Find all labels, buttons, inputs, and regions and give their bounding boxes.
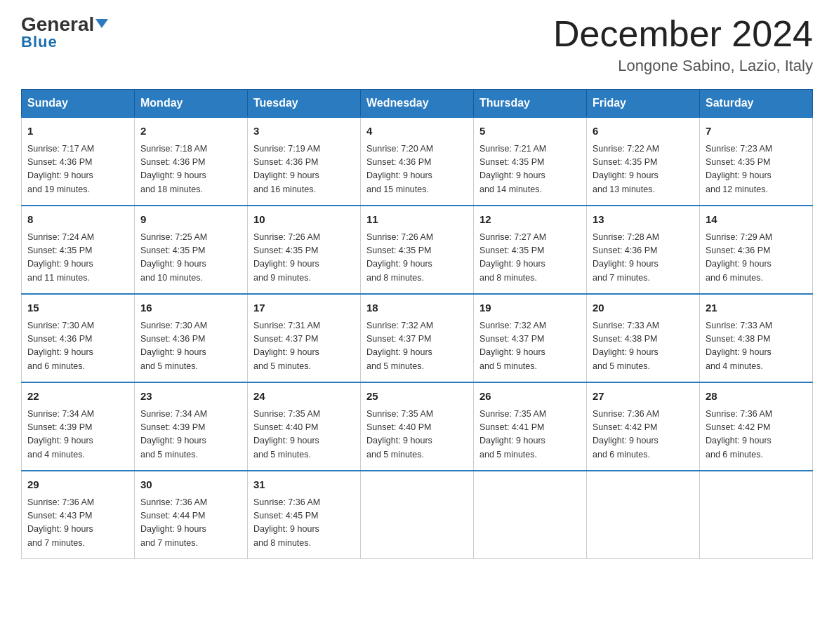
- day-info: Sunrise: 7:26 AMSunset: 4:35 PMDaylight:…: [366, 231, 468, 286]
- day-info: Sunrise: 7:20 AMSunset: 4:36 PMDaylight:…: [366, 142, 468, 197]
- day-number: 3: [253, 123, 355, 140]
- calendar-cell: 16Sunrise: 7:30 AMSunset: 4:36 PMDayligh…: [135, 294, 248, 382]
- day-number: 22: [27, 389, 128, 405]
- month-title: December 2024: [553, 14, 813, 54]
- day-number: 14: [706, 212, 807, 228]
- calendar-cell: 25Sunrise: 7:35 AMSunset: 4:40 PMDayligh…: [361, 382, 474, 471]
- calendar-cell: 7Sunrise: 7:23 AMSunset: 4:35 PMDaylight…: [700, 117, 813, 206]
- day-info: Sunrise: 7:36 AMSunset: 4:42 PMDaylight:…: [593, 408, 694, 462]
- day-number: 23: [140, 389, 241, 405]
- calendar-cell: 24Sunrise: 7:35 AMSunset: 4:40 PMDayligh…: [248, 382, 361, 471]
- calendar-cell: 3Sunrise: 7:19 AMSunset: 4:36 PMDaylight…: [248, 117, 361, 206]
- calendar-cell: 5Sunrise: 7:21 AMSunset: 4:35 PMDaylight…: [474, 117, 587, 206]
- calendar-cell: 31Sunrise: 7:36 AMSunset: 4:45 PMDayligh…: [248, 471, 361, 559]
- day-info: Sunrise: 7:33 AMSunset: 4:38 PMDaylight:…: [706, 319, 807, 374]
- calendar-cell: 8Sunrise: 7:24 AMSunset: 4:35 PMDaylight…: [22, 206, 135, 294]
- week-row-1: 1Sunrise: 7:17 AMSunset: 4:36 PMDaylight…: [22, 117, 813, 206]
- day-number: 29: [27, 477, 128, 493]
- calendar-cell: [361, 471, 474, 559]
- calendar-cell: 23Sunrise: 7:34 AMSunset: 4:39 PMDayligh…: [135, 382, 248, 471]
- day-info: Sunrise: 7:26 AMSunset: 4:35 PMDaylight:…: [253, 231, 355, 286]
- calendar-cell: 2Sunrise: 7:18 AMSunset: 4:36 PMDaylight…: [135, 117, 248, 206]
- day-number: 26: [479, 389, 581, 405]
- day-number: 24: [253, 389, 355, 405]
- calendar-cell: 12Sunrise: 7:27 AMSunset: 4:35 PMDayligh…: [474, 206, 587, 294]
- day-info: Sunrise: 7:36 AMSunset: 4:42 PMDaylight:…: [706, 408, 807, 462]
- column-header-wednesday: Wednesday: [361, 90, 474, 118]
- calendar-cell: [474, 471, 587, 559]
- calendar-cell: 14Sunrise: 7:29 AMSunset: 4:36 PMDayligh…: [700, 206, 813, 294]
- calendar-cell: 21Sunrise: 7:33 AMSunset: 4:38 PMDayligh…: [700, 294, 813, 382]
- day-number: 19: [479, 300, 581, 316]
- calendar-cell: 18Sunrise: 7:32 AMSunset: 4:37 PMDayligh…: [361, 294, 474, 382]
- calendar-cell: 9Sunrise: 7:25 AMSunset: 4:35 PMDaylight…: [135, 206, 248, 294]
- day-number: 28: [706, 389, 807, 405]
- day-info: Sunrise: 7:33 AMSunset: 4:38 PMDaylight:…: [593, 319, 694, 374]
- day-number: 1: [27, 123, 128, 140]
- calendar-cell: 30Sunrise: 7:36 AMSunset: 4:44 PMDayligh…: [135, 471, 248, 559]
- calendar-cell: 17Sunrise: 7:31 AMSunset: 4:37 PMDayligh…: [248, 294, 361, 382]
- day-info: Sunrise: 7:36 AMSunset: 4:45 PMDaylight:…: [253, 496, 355, 551]
- day-info: Sunrise: 7:29 AMSunset: 4:36 PMDaylight:…: [706, 231, 807, 286]
- week-row-4: 22Sunrise: 7:34 AMSunset: 4:39 PMDayligh…: [22, 382, 813, 471]
- calendar-cell: 6Sunrise: 7:22 AMSunset: 4:35 PMDaylight…: [587, 117, 700, 206]
- day-number: 7: [706, 123, 807, 140]
- day-number: 8: [27, 212, 128, 228]
- day-number: 21: [706, 300, 807, 316]
- column-header-tuesday: Tuesday: [248, 90, 361, 118]
- day-number: 27: [593, 389, 694, 405]
- calendar-cell: 19Sunrise: 7:32 AMSunset: 4:37 PMDayligh…: [474, 294, 587, 382]
- day-number: 11: [366, 212, 468, 228]
- location-subtitle: Longone Sabino, Lazio, Italy: [553, 57, 813, 75]
- day-info: Sunrise: 7:31 AMSunset: 4:37 PMDaylight:…: [253, 319, 355, 374]
- day-info: Sunrise: 7:25 AMSunset: 4:35 PMDaylight:…: [140, 231, 241, 286]
- calendar-table: SundayMondayTuesdayWednesdayThursdayFrid…: [21, 89, 813, 559]
- day-info: Sunrise: 7:27 AMSunset: 4:35 PMDaylight:…: [479, 231, 581, 286]
- day-number: 5: [479, 123, 581, 140]
- logo-blue: Blue: [21, 33, 58, 51]
- calendar-cell: [700, 471, 813, 559]
- calendar-cell: 4Sunrise: 7:20 AMSunset: 4:36 PMDaylight…: [361, 117, 474, 206]
- column-header-saturday: Saturday: [700, 90, 813, 118]
- day-info: Sunrise: 7:34 AMSunset: 4:39 PMDaylight:…: [27, 408, 128, 462]
- day-info: Sunrise: 7:28 AMSunset: 4:36 PMDaylight:…: [593, 231, 694, 286]
- day-info: Sunrise: 7:19 AMSunset: 4:36 PMDaylight:…: [253, 142, 355, 197]
- day-number: 30: [140, 477, 241, 493]
- week-row-5: 29Sunrise: 7:36 AMSunset: 4:43 PMDayligh…: [22, 471, 813, 559]
- day-number: 2: [140, 123, 241, 140]
- calendar-cell: 20Sunrise: 7:33 AMSunset: 4:38 PMDayligh…: [587, 294, 700, 382]
- column-header-sunday: Sunday: [22, 90, 135, 118]
- day-number: 20: [593, 300, 694, 316]
- day-info: Sunrise: 7:22 AMSunset: 4:35 PMDaylight:…: [593, 142, 694, 197]
- day-info: Sunrise: 7:21 AMSunset: 4:35 PMDaylight:…: [479, 142, 581, 197]
- day-info: Sunrise: 7:32 AMSunset: 4:37 PMDaylight:…: [366, 319, 468, 374]
- column-header-thursday: Thursday: [474, 90, 587, 118]
- page-header: General Blue December 2024 Longone Sabin…: [21, 14, 813, 75]
- day-info: Sunrise: 7:35 AMSunset: 4:41 PMDaylight:…: [479, 408, 581, 462]
- day-number: 4: [366, 123, 468, 140]
- day-info: Sunrise: 7:35 AMSunset: 4:40 PMDaylight:…: [253, 408, 355, 462]
- calendar-cell: 29Sunrise: 7:36 AMSunset: 4:43 PMDayligh…: [22, 471, 135, 559]
- calendar-cell: 10Sunrise: 7:26 AMSunset: 4:35 PMDayligh…: [248, 206, 361, 294]
- column-header-monday: Monday: [135, 90, 248, 118]
- calendar-cell: 26Sunrise: 7:35 AMSunset: 4:41 PMDayligh…: [474, 382, 587, 471]
- day-info: Sunrise: 7:17 AMSunset: 4:36 PMDaylight:…: [27, 142, 128, 197]
- calendar-cell: [587, 471, 700, 559]
- day-number: 31: [253, 477, 355, 493]
- day-number: 9: [140, 212, 241, 228]
- day-number: 17: [253, 300, 355, 316]
- day-info: Sunrise: 7:32 AMSunset: 4:37 PMDaylight:…: [479, 319, 581, 374]
- week-row-3: 15Sunrise: 7:30 AMSunset: 4:36 PMDayligh…: [22, 294, 813, 382]
- day-info: Sunrise: 7:34 AMSunset: 4:39 PMDaylight:…: [140, 408, 241, 462]
- day-number: 16: [140, 300, 241, 316]
- title-section: December 2024 Longone Sabino, Lazio, Ita…: [553, 14, 813, 75]
- day-info: Sunrise: 7:24 AMSunset: 4:35 PMDaylight:…: [27, 231, 128, 286]
- day-number: 6: [593, 123, 694, 140]
- logo: General Blue: [21, 14, 108, 51]
- day-number: 13: [593, 212, 694, 228]
- column-header-friday: Friday: [587, 90, 700, 118]
- calendar-header-row: SundayMondayTuesdayWednesdayThursdayFrid…: [22, 90, 813, 118]
- day-info: Sunrise: 7:30 AMSunset: 4:36 PMDaylight:…: [27, 319, 128, 374]
- calendar-cell: 11Sunrise: 7:26 AMSunset: 4:35 PMDayligh…: [361, 206, 474, 294]
- calendar-cell: 15Sunrise: 7:30 AMSunset: 4:36 PMDayligh…: [22, 294, 135, 382]
